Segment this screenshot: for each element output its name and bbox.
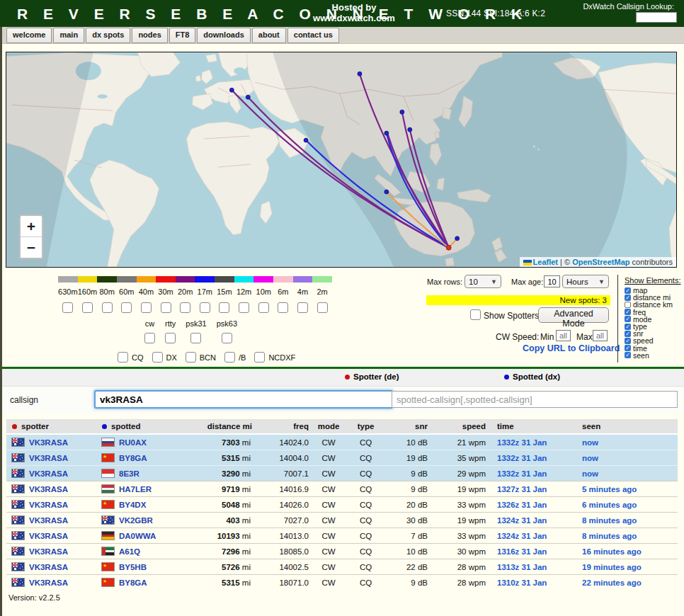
show-element-checkbox-freq[interactable]: ✓ [625, 309, 631, 315]
flag-icon-au [12, 469, 24, 477]
show-element-checkbox-distance-km[interactable] [625, 302, 631, 308]
spotted-callsign-input[interactable] [392, 391, 678, 408]
spotter-callsign-link[interactable]: VK3RASA [29, 578, 68, 587]
mode-checkbox-psk63[interactable] [222, 333, 232, 343]
show-spotters-checkbox[interactable] [470, 309, 481, 320]
nav-tab-welcome[interactable]: welcome [6, 28, 52, 43]
type-filter-BCN: BCN [186, 352, 216, 363]
dxwatch-lookup-input[interactable] [636, 12, 677, 23]
world-map[interactable]: + − Leaflet | © OpenStreetMap contributo… [6, 52, 677, 268]
mode-checkbox-rtty[interactable] [165, 333, 176, 343]
spotted-callsign-link[interactable]: 8E3R [119, 469, 139, 478]
spotter-callsign-link[interactable]: VK3RASA [29, 501, 68, 509]
spotted-callsign-link[interactable]: BY4DX [119, 501, 146, 509]
speed-cell: 35 wpm [433, 450, 490, 466]
mode-checkbox-psk31[interactable] [190, 333, 201, 343]
cw-speed-min-input[interactable] [556, 330, 571, 341]
cw-speed-max-input[interactable] [593, 330, 608, 341]
copy-url-link[interactable]: Copy URL to Clipboard [523, 343, 620, 353]
max-rows-select[interactable]: 10▼ [464, 275, 501, 288]
freq-cell: 14024.0 [258, 434, 311, 450]
spotted-callsign-link[interactable]: BY8GA [119, 454, 147, 462]
show-element-checkbox-snr[interactable]: ✓ [625, 331, 631, 337]
type-cell: CQ [346, 466, 385, 481]
spotter-callsign-link[interactable]: VK3RASA [29, 532, 68, 540]
spotter-callsign-input[interactable] [94, 390, 393, 409]
show-element-checkbox-map[interactable]: ✓ [625, 287, 631, 294]
show-element-checkbox-time[interactable]: ✓ [625, 345, 631, 351]
show-element-checkbox-type[interactable]: ✓ [625, 324, 631, 330]
mode-label-psk31: psk31 [186, 319, 206, 328]
openstreetmap-link[interactable]: OpenStreetMap [572, 258, 629, 266]
spotted-callsign-link[interactable]: RU0AX [119, 438, 147, 447]
search-header: Spotter (de) Spotted (dx) [0, 369, 684, 387]
band-checkbox-30m[interactable] [161, 302, 171, 313]
type-checkbox-CQ[interactable] [118, 352, 128, 363]
show-element-checkbox-speed[interactable]: ✓ [625, 338, 631, 344]
nav-tab-downloads[interactable]: downloads [197, 28, 250, 43]
nav-tab-main[interactable]: main [53, 28, 84, 43]
max-rows-value: 10 [469, 278, 478, 286]
type-checkbox-BCN[interactable] [186, 352, 196, 363]
spotter-callsign-link[interactable]: VK3RASA [29, 547, 68, 556]
show-element-checkbox-seen[interactable]: ✓ [625, 352, 631, 358]
spotter-callsign-link[interactable]: VK3RASA [29, 454, 68, 462]
band-checkbox-12m[interactable] [239, 302, 249, 313]
type-checkbox-B[interactable] [224, 352, 235, 363]
mode-checkbox-cw[interactable] [144, 333, 155, 343]
band-checkbox-6m[interactable] [278, 302, 288, 313]
band-checkbox-160m[interactable] [82, 302, 93, 313]
spotter-de-header: Spotter (de) [345, 372, 399, 381]
spotter-callsign-link[interactable]: VK3RASA [29, 485, 68, 494]
nav-tab-contact-us[interactable]: contact us [287, 28, 339, 43]
band-checkbox-40m[interactable] [141, 302, 152, 313]
spotted-callsign-link[interactable]: A61Q [119, 547, 140, 556]
band-checkbox-17m[interactable] [200, 302, 210, 313]
spotted-cell: VK2GBR [101, 513, 207, 528]
type-checkbox-NCDXF[interactable] [254, 352, 265, 363]
spotter-cell: VK3RASA [6, 575, 101, 591]
band-checkbox-60m[interactable] [121, 302, 132, 313]
max-age-input[interactable] [544, 275, 560, 287]
spotted-callsign-link[interactable]: VK2GBR [119, 516, 153, 525]
leaflet-link[interactable]: Leaflet [533, 258, 558, 266]
spotted-callsign-link[interactable]: DA0WWA [119, 532, 156, 540]
band-checkbox-20m[interactable] [180, 302, 190, 313]
nav-tab-FT8[interactable]: FT8 [169, 28, 196, 43]
band-checkbox-15m[interactable] [219, 302, 229, 313]
zoom-in-button[interactable]: + [21, 216, 42, 237]
spotted-callsign-link[interactable]: BY5HB [119, 563, 147, 571]
time-cell: 1324z 31 Jan [490, 528, 571, 544]
spotter-callsign-link[interactable]: VK3RASA [29, 516, 68, 525]
time-value: 1326z 31 Jan [497, 501, 547, 509]
nav-tab-dx-spots[interactable]: dx spots [86, 28, 130, 43]
show-element-checkbox-distance-mi[interactable]: ✓ [625, 295, 631, 301]
band-color-12m [234, 276, 254, 283]
map-zoom-control: + − [19, 215, 43, 259]
advanced-mode-button[interactable]: Advanced Mode [538, 307, 609, 323]
spotted-callsign-link[interactable]: BY8GA [119, 578, 147, 587]
spotter-callsign-link[interactable]: VK3RASA [29, 563, 68, 571]
show-element-checkbox-mode[interactable]: ✓ [625, 316, 631, 322]
time-cell: 1326z 31 Jan [490, 497, 571, 513]
band-checkbox-2m[interactable] [317, 302, 328, 313]
nav-tab-about[interactable]: about [252, 28, 286, 43]
band-checkbox-80m[interactable] [102, 302, 113, 313]
band-label-40m: 40m [137, 287, 156, 296]
spotter-cell: VK3RASA [6, 434, 101, 450]
band-checkbox-10m[interactable] [258, 302, 269, 313]
spotted-callsign-link[interactable]: HA7LER [119, 485, 152, 494]
type-checkbox-DX[interactable] [152, 352, 163, 363]
zoom-out-button[interactable]: − [21, 237, 42, 258]
band-checkbox-630m[interactable] [62, 302, 73, 313]
seen-value: 6 minutes ago [582, 501, 637, 509]
spotter-callsign-link[interactable]: VK3RASA [29, 469, 68, 478]
band-label-6m: 6m [273, 287, 293, 296]
hosted-by-link[interactable]: www.dxwatch.com [282, 13, 426, 23]
spotter-callsign-link[interactable]: VK3RASA [29, 438, 68, 447]
max-age-unit-select[interactable]: Hours▼ [562, 275, 609, 288]
band-checkbox-4m[interactable] [297, 302, 308, 313]
speed-cell: 19 wpm [433, 481, 490, 497]
spots-table: spotterspotteddistance mifreqmodetypesnr… [6, 419, 678, 590]
nav-tab-nodes[interactable]: nodes [132, 28, 167, 43]
